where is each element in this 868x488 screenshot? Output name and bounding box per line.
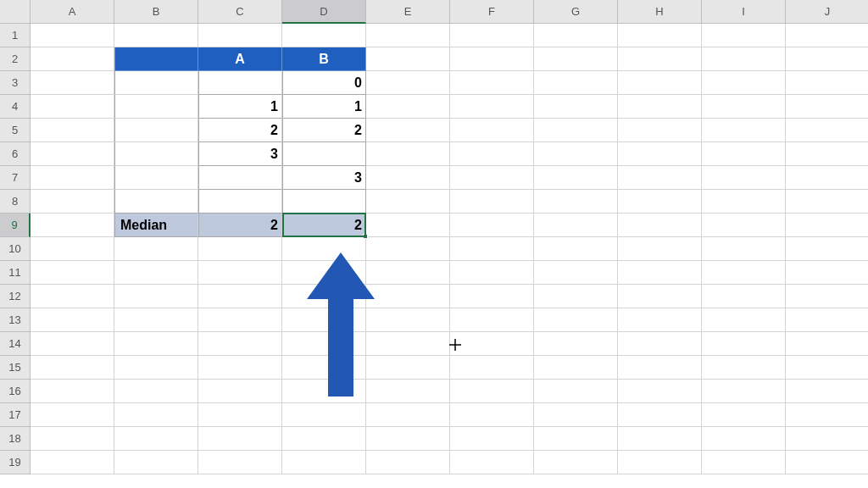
cell-D16[interactable] [282,380,366,403]
cell-J18[interactable] [786,427,868,451]
cell-D19[interactable] [282,451,366,474]
cell-I2[interactable] [702,47,786,71]
cell-C16[interactable] [198,380,282,403]
cell-C3[interactable] [198,71,282,95]
cell-I7[interactable] [702,166,786,190]
cell-G6[interactable] [534,142,618,166]
cell-F15[interactable] [450,356,534,380]
cell-F11[interactable] [450,261,534,285]
col-header-G[interactable]: G [534,0,618,24]
cell-A11[interactable] [31,261,114,285]
median-a-cell[interactable]: 2 [198,214,282,237]
cell-E1[interactable] [366,24,450,47]
cell-I11[interactable] [702,261,786,285]
cell-F13[interactable] [450,308,534,332]
cell-E2[interactable] [366,47,450,71]
cell-H8[interactable] [618,190,702,214]
cell-F6[interactable] [450,142,534,166]
cell-A6[interactable] [31,142,114,166]
cell-F17[interactable] [450,403,534,427]
cell-A14[interactable] [31,332,114,356]
cell-F16[interactable] [450,380,534,403]
median-b-cell[interactable]: 2 [282,214,366,237]
cell-I3[interactable] [702,71,786,95]
spreadsheet-grid[interactable]: A B C D E F G H I J 1 2 A B 3 0 4 1 1 [0,0,868,474]
cell-D10[interactable] [282,237,366,261]
cell-D5[interactable]: 2 [282,119,366,142]
col-header-H[interactable]: H [618,0,702,24]
cell-F3[interactable] [450,71,534,95]
cell-J8[interactable] [786,190,868,214]
cell-H12[interactable] [618,285,702,308]
cell-B10[interactable] [114,237,198,261]
cell-I4[interactable] [702,95,786,119]
cell-E12[interactable] [366,285,450,308]
cell-I8[interactable] [702,190,786,214]
cell-A12[interactable] [31,285,114,308]
cell-B15[interactable] [114,356,198,380]
cell-B13[interactable] [114,308,198,332]
cell-J4[interactable] [786,95,868,119]
cell-F9[interactable] [450,214,534,237]
cell-A3[interactable] [31,71,114,95]
cell-H17[interactable] [618,403,702,427]
cell-F14[interactable] [450,332,534,356]
cell-J13[interactable] [786,308,868,332]
row-header-5[interactable]: 5 [0,119,31,142]
cell-C6[interactable]: 3 [198,142,282,166]
cell-F8[interactable] [450,190,534,214]
cell-I19[interactable] [702,451,786,474]
cell-J12[interactable] [786,285,868,308]
cell-H10[interactable] [618,237,702,261]
cell-G1[interactable] [534,24,618,47]
cell-G8[interactable] [534,190,618,214]
cell-G16[interactable] [534,380,618,403]
cell-G15[interactable] [534,356,618,380]
cell-A5[interactable] [31,119,114,142]
cell-E18[interactable] [366,427,450,451]
cell-G19[interactable] [534,451,618,474]
cell-A19[interactable] [31,451,114,474]
table-header-B[interactable]: B [282,47,366,71]
cell-C17[interactable] [198,403,282,427]
row-header-9[interactable]: 9 [0,214,31,237]
cell-G13[interactable] [534,308,618,332]
row-header-8[interactable]: 8 [0,190,31,214]
cell-C12[interactable] [198,285,282,308]
col-header-C[interactable]: C [198,0,282,24]
cell-H7[interactable] [618,166,702,190]
cell-C11[interactable] [198,261,282,285]
cell-H19[interactable] [618,451,702,474]
cell-D6[interactable] [282,142,366,166]
cell-C7[interactable] [198,166,282,190]
cell-I15[interactable] [702,356,786,380]
cell-B6[interactable] [114,142,198,166]
cell-D7[interactable]: 3 [282,166,366,190]
cell-D15[interactable] [282,356,366,380]
row-header-4[interactable]: 4 [0,95,31,119]
col-header-E[interactable]: E [366,0,450,24]
cell-C4[interactable]: 1 [198,95,282,119]
cell-G5[interactable] [534,119,618,142]
cell-J7[interactable] [786,166,868,190]
cell-I13[interactable] [702,308,786,332]
row-header-16[interactable]: 16 [0,380,31,403]
cell-D12[interactable] [282,285,366,308]
row-header-13[interactable]: 13 [0,308,31,332]
cell-C10[interactable] [198,237,282,261]
cell-A10[interactable] [31,237,114,261]
cell-E8[interactable] [366,190,450,214]
cell-H2[interactable] [618,47,702,71]
cell-A18[interactable] [31,427,114,451]
cell-H4[interactable] [618,95,702,119]
cell-J5[interactable] [786,119,868,142]
row-header-12[interactable]: 12 [0,285,31,308]
row-header-3[interactable]: 3 [0,71,31,95]
cell-G12[interactable] [534,285,618,308]
cell-J1[interactable] [786,24,868,47]
cell-H11[interactable] [618,261,702,285]
cell-F10[interactable] [450,237,534,261]
col-header-A[interactable]: A [31,0,114,24]
cell-B16[interactable] [114,380,198,403]
col-header-D[interactable]: D [282,0,366,24]
